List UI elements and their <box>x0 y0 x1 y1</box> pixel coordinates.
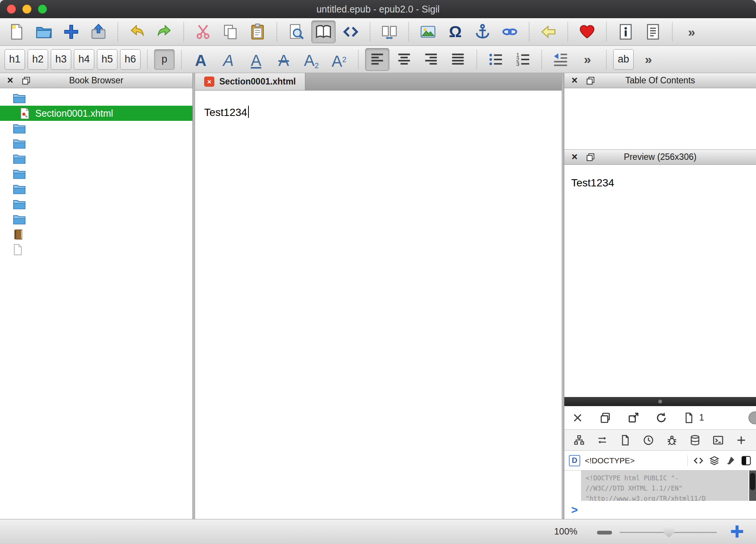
back-button[interactable] <box>536 20 561 43</box>
copy-button[interactable] <box>218 20 242 43</box>
redo-button[interactable] <box>152 20 177 43</box>
italic-button[interactable]: A <box>216 48 241 71</box>
inspector-console-row[interactable]: > <box>564 501 756 519</box>
console-tab-icon[interactable] <box>712 435 724 446</box>
align-justify-button[interactable] <box>446 48 470 71</box>
format-toolbar-overflow-button[interactable]: » <box>575 48 600 71</box>
bullet-list-button[interactable] <box>484 48 508 71</box>
insert-link-button[interactable] <box>498 20 522 43</box>
float-panel-button[interactable] <box>585 152 596 163</box>
minimize-window-button[interactable] <box>22 5 31 14</box>
contrast-icon[interactable] <box>741 455 751 466</box>
tree-item-folder[interactable] <box>0 151 192 166</box>
close-panel-button[interactable]: × <box>569 75 580 86</box>
text-direction-button[interactable] <box>548 48 573 71</box>
brush-icon[interactable] <box>725 455 736 466</box>
editor-surface[interactable]: Test1234 <box>195 91 562 519</box>
generate-toc-button[interactable] <box>641 20 665 43</box>
align-center-button[interactable] <box>392 48 416 71</box>
float-panel-button[interactable] <box>20 75 32 86</box>
zoom-slider-handle[interactable] <box>664 526 674 538</box>
metadata-editor-button[interactable] <box>614 20 638 43</box>
align-right-button[interactable] <box>419 48 443 71</box>
strikethrough-button[interactable]: A <box>271 48 296 71</box>
heading6-button[interactable]: h6 <box>120 49 141 70</box>
align-left-button[interactable] <box>365 48 389 71</box>
new-tab-icon[interactable] <box>736 435 747 446</box>
find-replace-button[interactable] <box>284 20 308 43</box>
inspector-scrollbar[interactable] <box>749 471 756 501</box>
special-character-button[interactable]: Ω <box>443 20 467 43</box>
resources-tab-icon[interactable] <box>620 435 631 446</box>
timelines-tab-icon[interactable] <box>643 435 654 446</box>
superscript-mark: 2 <box>342 56 346 63</box>
elements-tab-icon[interactable] <box>573 435 585 446</box>
network-tab-icon[interactable] <box>597 435 608 446</box>
split-view-button[interactable] <box>377 20 401 43</box>
doctype-breadcrumb[interactable]: <!DOCTYPE> <box>585 456 635 465</box>
preview-header: × Preview (256x306) <box>564 150 756 165</box>
toc-content[interactable] <box>564 88 756 150</box>
tree-item-section0001[interactable]: Section0001.xhtml <box>0 106 192 121</box>
cut-button[interactable] <box>191 20 215 43</box>
layers-icon[interactable] <box>709 455 720 466</box>
numbered-list-button[interactable]: 123 <box>511 48 535 71</box>
debugger-tab-icon[interactable] <box>666 435 678 446</box>
zoom-window-button[interactable] <box>38 5 47 14</box>
main-toolbar-overflow-button[interactable]: » <box>679 20 704 43</box>
new-document-button[interactable] <box>5 20 29 43</box>
inspector-code-area[interactable]: <!DOCTYPE html PUBLIC "- //W3C//DTD XHTM… <box>564 471 756 501</box>
paragraph-button[interactable]: p <box>154 49 175 70</box>
pop-out-icon[interactable] <box>627 412 639 424</box>
tree-item-page[interactable] <box>0 242 192 257</box>
heading3-button[interactable]: h3 <box>51 49 71 70</box>
float-panel-button[interactable] <box>585 75 596 86</box>
folder-icon <box>13 123 26 134</box>
inspector-close-button[interactable] <box>572 412 583 424</box>
tree-item-folder[interactable] <box>0 166 192 181</box>
donate-button[interactable] <box>575 20 599 43</box>
tree-item-folder[interactable] <box>0 91 192 106</box>
heading2-button[interactable]: h2 <box>28 49 48 70</box>
preview-content[interactable]: Test1234 <box>564 165 756 397</box>
tree-item-folder[interactable] <box>0 212 192 227</box>
tab-section0001[interactable]: × Section0001.xhtml <box>195 73 305 90</box>
tree-item-book[interactable] <box>0 227 192 242</box>
duplicate-icon[interactable] <box>599 412 611 424</box>
insert-anchor-button[interactable] <box>470 20 495 43</box>
underline-button[interactable]: A <box>244 48 269 71</box>
close-window-button[interactable] <box>7 5 16 14</box>
subscript-button[interactable]: A2 <box>299 48 324 71</box>
book-view-button[interactable] <box>311 20 336 43</box>
bold-button[interactable]: A <box>188 48 213 71</box>
close-panel-button[interactable]: × <box>5 75 16 86</box>
undo-button[interactable] <box>125 20 149 43</box>
storage-tab-icon[interactable] <box>689 435 701 446</box>
inspector-drag-handle[interactable] <box>564 397 756 406</box>
zoom-in-button[interactable] <box>730 525 744 538</box>
heading4-button[interactable]: h4 <box>74 49 94 70</box>
close-icon: × <box>207 78 211 85</box>
insert-image-button[interactable] <box>416 20 440 43</box>
open-button[interactable] <box>32 20 56 43</box>
paste-button[interactable] <box>245 20 270 43</box>
zoom-out-button[interactable] <box>597 531 612 535</box>
superscript-button[interactable]: A2 <box>326 48 351 71</box>
casing-toolbar-overflow-button[interactable]: » <box>636 48 661 71</box>
tree-item-folder[interactable] <box>0 121 192 136</box>
save-button[interactable] <box>86 20 111 43</box>
heading1-button[interactable]: h1 <box>5 49 25 70</box>
tree-item-folder[interactable] <box>0 197 192 212</box>
change-case-button[interactable]: ab <box>613 49 634 70</box>
reload-icon[interactable] <box>655 412 667 424</box>
close-panel-button[interactable]: × <box>569 152 580 163</box>
tab-close-button[interactable]: × <box>204 77 214 87</box>
add-existing-files-button[interactable] <box>59 20 83 43</box>
code-view-button[interactable] <box>339 20 363 43</box>
heading5-button[interactable]: h5 <box>97 49 117 70</box>
tree-item-folder[interactable] <box>0 136 192 151</box>
code-node-icon[interactable] <box>693 455 704 466</box>
scrollbar-thumb[interactable] <box>750 473 755 490</box>
page-count-icon[interactable] <box>683 412 695 424</box>
tree-item-folder[interactable] <box>0 181 192 197</box>
